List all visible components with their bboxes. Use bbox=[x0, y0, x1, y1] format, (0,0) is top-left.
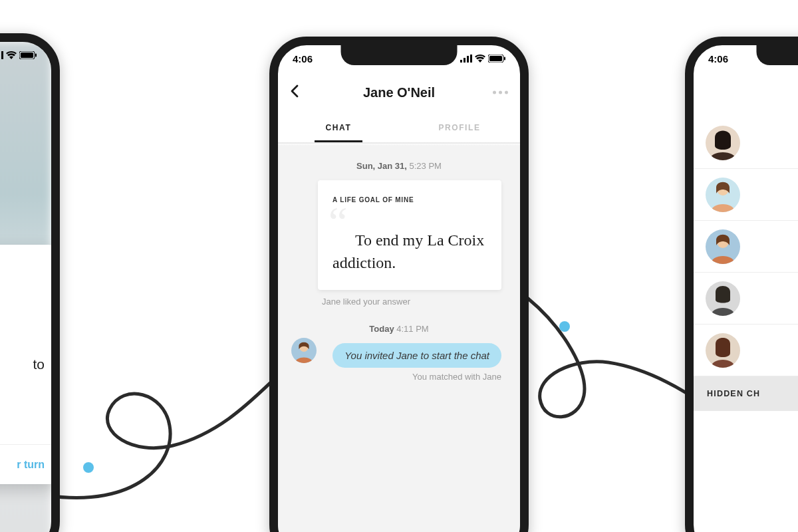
wifi-icon bbox=[6, 51, 17, 59]
avatar bbox=[706, 333, 740, 368]
battery-icon bbox=[488, 55, 505, 63]
timestamp-2: Today 4:11 PM bbox=[278, 324, 520, 334]
back-button[interactable] bbox=[290, 84, 299, 100]
svg-rect-12 bbox=[489, 56, 502, 61]
chevron-left-icon bbox=[290, 84, 299, 98]
status-time: 4:06 bbox=[708, 53, 728, 65]
card-body-fragment: to bbox=[0, 355, 45, 374]
invite-pill: You invited Jane to start the chat bbox=[332, 343, 501, 368]
status-bar bbox=[0, 42, 51, 68]
decorative-dot-left bbox=[83, 462, 94, 473]
matched-caption: You matched with Jane bbox=[278, 372, 501, 382]
status-time: 4:06 bbox=[293, 53, 313, 65]
svg-rect-9 bbox=[467, 56, 469, 63]
list-item[interactable] bbox=[694, 169, 798, 221]
card-footer-button[interactable]: r turn bbox=[0, 444, 58, 484]
prompt-answer: “ To end my La Croix addiction. bbox=[332, 210, 487, 273]
svg-rect-10 bbox=[470, 55, 472, 63]
chat-body: Sun, Jan 31, 5:23 PM A LIFE GOAL OF MINE… bbox=[278, 145, 520, 532]
conversation-list: HIDDEN CH bbox=[694, 117, 798, 411]
prompt-card[interactable]: A LIFE GOAL OF MINE “ To end my La Croix… bbox=[318, 180, 501, 290]
chat-header: Jane O'Neil bbox=[278, 72, 520, 113]
list-item[interactable] bbox=[694, 325, 798, 376]
notch bbox=[341, 45, 458, 65]
tabs: CHAT PROFILE bbox=[278, 113, 520, 142]
action-card: to r turn bbox=[0, 245, 58, 484]
tab-chat[interactable]: CHAT bbox=[278, 113, 399, 142]
ellipsis-icon bbox=[493, 91, 496, 94]
notch bbox=[757, 45, 799, 65]
decorative-dot-right bbox=[559, 321, 570, 332]
avatar bbox=[706, 178, 740, 212]
list-item[interactable] bbox=[694, 117, 798, 169]
timestamp-1: Sun, Jan 31, 5:23 PM bbox=[278, 161, 520, 171]
list-item[interactable] bbox=[694, 273, 798, 325]
hidden-section-header[interactable]: HIDDEN CH bbox=[694, 376, 798, 411]
phone-mock-center: 4:06 Jane O'Neil CHAT PROFILE Sun, Jan 3… bbox=[269, 37, 529, 532]
prompt-eyebrow: A LIFE GOAL OF MINE bbox=[332, 196, 487, 203]
svg-rect-13 bbox=[504, 57, 505, 61]
signal-icon bbox=[0, 51, 3, 59]
signal-icon bbox=[460, 55, 472, 63]
phone-mock-left: to r turn bbox=[0, 33, 60, 532]
wifi-icon bbox=[475, 55, 485, 63]
phone-mock-right: 4:06 HIDDEN CH HIDDEN CH bbox=[685, 37, 798, 532]
sender-avatar[interactable] bbox=[291, 338, 317, 363]
chat-title: Jane O'Neil bbox=[363, 85, 435, 100]
svg-rect-6 bbox=[35, 54, 37, 57]
svg-rect-3 bbox=[1, 51, 3, 59]
avatar bbox=[706, 229, 740, 264]
quote-mark-icon: “ bbox=[329, 198, 347, 245]
avatar bbox=[706, 126, 740, 160]
tab-profile[interactable]: PROFILE bbox=[399, 113, 520, 142]
more-button[interactable] bbox=[493, 91, 508, 94]
svg-rect-8 bbox=[464, 58, 466, 63]
svg-rect-5 bbox=[21, 53, 33, 58]
avatar bbox=[706, 281, 740, 316]
liked-caption: Jane liked your answer bbox=[322, 297, 520, 307]
battery-icon bbox=[19, 51, 37, 59]
decorative-line-left bbox=[43, 369, 283, 509]
list-item[interactable] bbox=[694, 221, 798, 273]
svg-rect-7 bbox=[460, 60, 462, 63]
